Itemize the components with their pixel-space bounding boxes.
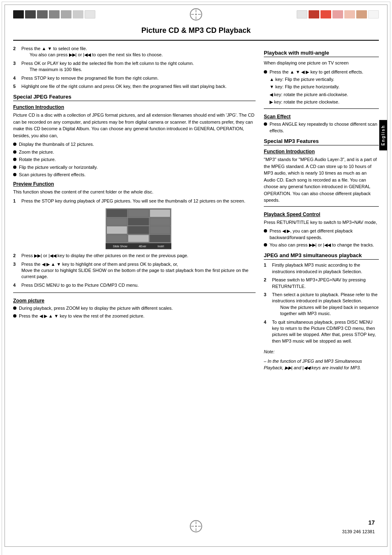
color-square — [13, 10, 24, 18]
right-column: Playback with multi-angle When displayin… — [264, 46, 379, 371]
preview-function-body: This function shows the content of the c… — [13, 189, 256, 196]
svg-point-5 — [195, 14, 197, 15]
compass-icon — [189, 7, 203, 21]
list-item: ▼ key: Flip the picture horizontally. — [264, 84, 379, 90]
scan-effect-section: Scan Effect Press ANGLE key repeatedly t… — [264, 108, 379, 134]
list-item: Zoom the picture. — [13, 149, 256, 155]
playback-multi-angle-intro: When displaying one picture on TV screen — [264, 60, 379, 67]
bullet-icon — [13, 158, 16, 161]
list-item: 3 Then select a picture to playback. Ple… — [264, 292, 379, 317]
list-item: You also can press ▶▶| or |◀◀ to change … — [264, 242, 379, 248]
footer-code: 3139 246 12381 — [342, 529, 375, 534]
list-item: Press the ▲ ▼ ◀ ▶ key to get different e… — [264, 69, 379, 75]
bullet-icon — [264, 70, 267, 74]
list-item: Press ◀ ▶, you can get different playbac… — [264, 228, 379, 241]
page-title-bar: Picture CD & MP3 CD Playback — [13, 23, 379, 41]
note-section: Note: – In the function of JPEG and MP3 … — [264, 348, 379, 371]
color-square — [332, 10, 343, 18]
bullet-icon — [13, 150, 16, 154]
function-intro-body: Picture CD is a disc with a collection o… — [13, 112, 256, 139]
note-body: – In the function of JPEG and MP3 Simult… — [264, 358, 379, 371]
playback-speed-list: Press ◀ ▶, you can get different playbac… — [264, 228, 379, 248]
color-square — [37, 10, 48, 18]
playback-speed-intro: Press RETURN/TITLE key to switch to MP3+… — [264, 219, 379, 226]
preview-function-title: Preview Function — [13, 181, 256, 187]
zoom-picture-section: Zoom picture During playback, press ZOOM… — [13, 292, 256, 319]
playback-speed-title: Playback Speed Control — [264, 212, 379, 217]
bullet-icon — [264, 229, 267, 233]
special-mp3-title: Special MP3 Features — [264, 138, 379, 145]
preview-image-container: Slide Show 4Ever Instrt — [21, 208, 256, 249]
special-jpeg-title: Special JPEG Features — [13, 94, 256, 101]
page-number: 17 — [368, 519, 375, 526]
mp3-function-intro-title: Function Introduction — [264, 149, 379, 154]
bullet-icon — [13, 306, 16, 310]
list-item: 1 Press the STOP key during playback of … — [13, 198, 256, 204]
color-square — [49, 10, 60, 18]
left-column: 2 Press the ▲ ▼ to select one file. You … — [13, 46, 256, 371]
list-item: Press ANGLE key repeatedly to choose dif… — [264, 121, 379, 134]
bullet-icon — [13, 314, 16, 318]
language-tab: English — [379, 120, 387, 150]
color-square — [356, 10, 367, 18]
color-square — [368, 10, 379, 18]
list-item: 3 Press the ◀ ▶ ▲ ▼ key to highlight one… — [13, 261, 256, 280]
list-item: ▶ key: rotate the picture clockwise. — [264, 99, 379, 105]
intro-steps: 2 Press the ▲ ▼ to select one file. You … — [13, 46, 256, 90]
list-item: 2 Press ▶▶| or |◀◀ key to display the ot… — [13, 253, 256, 259]
list-item: ▲ key: Flip the picture vertically. — [264, 76, 379, 83]
list-item: 5 Highlight one file of the right column… — [13, 83, 256, 90]
color-square — [73, 10, 83, 18]
color-bar-left — [13, 10, 95, 18]
color-square — [309, 10, 319, 18]
color-square — [344, 10, 355, 18]
bullet-icon — [264, 78, 267, 81]
color-square — [85, 10, 95, 18]
playback-multi-angle-list: Press the ▲ ▼ ◀ ▶ key to get different e… — [264, 69, 379, 106]
bullet-icon — [264, 100, 267, 104]
color-square — [61, 10, 71, 18]
list-item: 3 Press OK or PLAY key to add the select… — [13, 60, 256, 73]
function-intro-title: Function Introduction — [13, 104, 256, 110]
note-label: Note: — [264, 348, 379, 355]
bullet-icon — [13, 143, 16, 146]
bullet-icon — [264, 93, 267, 96]
list-item: Flip the picture vertically or horizonta… — [13, 164, 256, 170]
jpeg-mp3-steps: 1 Firstly playback MP3 music according t… — [264, 262, 379, 344]
jpeg-features-list: Display the thumbnails of 12 pictures. Z… — [13, 141, 256, 178]
color-bar-right — [297, 10, 379, 18]
bullet-icon — [264, 85, 267, 88]
list-item: 2 Please switch to MP3+JPEG+NAV by press… — [264, 277, 379, 290]
playback-speed-section: Playback Speed Control Press RETURN/TITL… — [264, 206, 379, 249]
bullet-icon — [13, 166, 16, 169]
preview-thumbnail-image: Slide Show 4Ever Instrt — [106, 208, 171, 249]
list-item: 1 Firstly playback MP3 music according t… — [264, 262, 379, 275]
page-title: Picture CD & MP3 CD Playback — [141, 26, 251, 35]
zoom-picture-title: Zoom picture — [13, 298, 256, 304]
list-item: Rotate the picture. — [13, 157, 256, 163]
bullet-icon — [264, 243, 267, 246]
color-square — [321, 10, 331, 18]
list-item: 4 To quit simultaneous playback, press D… — [264, 319, 379, 345]
list-item: Display the thumbnails of 12 pictures. — [13, 141, 256, 147]
jpeg-mp3-title: JPEG and MP3 simultaneous playback — [264, 252, 379, 260]
playback-multi-angle-title: Playback with multi-angle — [264, 50, 379, 57]
scan-effect-list: Press ANGLE key repeatedly to choose dif… — [264, 121, 379, 134]
list-item: ◀ key: rotate the picture anti-clockwise… — [264, 92, 379, 98]
bullet-icon — [13, 173, 16, 176]
bottom-compass-icon — [189, 519, 203, 534]
mp3-function-intro-body: "MP3" stands for "MPEG Audio Layer-3", a… — [264, 156, 379, 204]
zoom-picture-list: During playback, press ZOOM key to displ… — [13, 305, 256, 319]
svg-point-11 — [195, 525, 197, 527]
preview-steps-2-4: 2 Press ▶▶| or |◀◀ key to display the ot… — [13, 253, 256, 288]
main-content: 2 Press the ▲ ▼ to select one file. You … — [5, 41, 387, 376]
top-decorative-bar — [5, 5, 387, 23]
color-square — [25, 10, 36, 18]
list-item: 2 Press the ▲ ▼ to select one file. You … — [13, 46, 256, 58]
bullet-icon — [264, 122, 267, 126]
scan-effect-title: Scan Effect — [264, 114, 379, 120]
list-item: Scan pictures by different effects. — [13, 172, 256, 178]
list-item: Press the ◀ ▶ ▲ ▼ key to view the rest o… — [13, 313, 256, 319]
preview-steps: 1 Press the STOP key during playback of … — [13, 198, 256, 204]
list-item: 4 Press DISC MENU to go to the Picture C… — [13, 282, 256, 288]
